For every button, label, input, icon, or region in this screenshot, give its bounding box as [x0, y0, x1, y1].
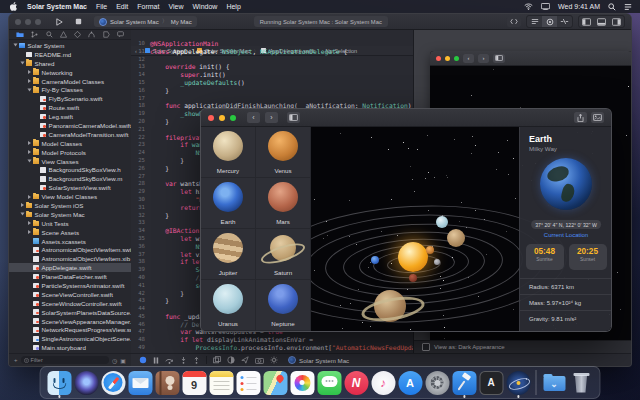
- menu-item-window[interactable]: Window: [192, 3, 217, 10]
- planet-cell-mercury[interactable]: Mercury: [201, 127, 256, 178]
- disclosure-triangle[interactable]: [28, 195, 31, 199]
- code-review-button[interactable]: [507, 16, 521, 27]
- file-tree-item[interactable]: SceneWindowController.swift: [9, 299, 131, 308]
- dock-reminders-icon[interactable]: [236, 370, 261, 395]
- dock-trash-icon[interactable]: [569, 370, 594, 395]
- tests-navigator-icon[interactable]: [74, 31, 81, 38]
- planet-cell-uranus[interactable]: Uranus: [201, 280, 256, 331]
- file-tree-item[interactable]: CameraModelTransition.swift: [9, 130, 131, 139]
- file-tree-item[interactable]: CameraModel Classes: [9, 77, 131, 86]
- menu-clock[interactable]: Wed 9:41 AM: [558, 3, 600, 10]
- app-zoom-button[interactable]: [230, 115, 236, 121]
- menu-item-help[interactable]: Help: [226, 3, 240, 10]
- file-tree-item[interactable]: Model Protocols: [9, 148, 131, 157]
- simulate-location-icon[interactable]: [241, 356, 249, 364]
- apple-menu-icon[interactable]: [10, 2, 18, 11]
- appearance-toggle-icon[interactable]: [227, 356, 235, 364]
- gallery-view-button[interactable]: [591, 112, 604, 123]
- source-control-icon[interactable]: [31, 31, 38, 38]
- wifi-icon[interactable]: [524, 3, 533, 10]
- inspectors-toggle-button[interactable]: [609, 16, 624, 27]
- file-tree-item[interactable]: SolarSystemPlanetsDataSource.swift: [9, 308, 131, 317]
- app-sidebar-toggle-button[interactable]: [287, 112, 300, 123]
- file-tree-item[interactable]: README.md: [9, 50, 131, 59]
- file-tree-item[interactable]: SingleAstronomicalObjectScene.scn: [9, 334, 131, 343]
- dock-solarsystem-icon[interactable]: [506, 370, 531, 395]
- notification-center-icon[interactable]: [624, 3, 632, 11]
- disclosure-triangle[interactable]: [14, 44, 18, 47]
- close-button[interactable]: [15, 19, 21, 25]
- file-tree-item[interactable]: PlanetDataFetcher.swift: [9, 272, 131, 281]
- disclosure-triangle[interactable]: [21, 203, 24, 207]
- dock-siri-icon[interactable]: [74, 370, 99, 395]
- filter-scm-button[interactable]: ▣: [120, 357, 126, 364]
- dock-notes-icon[interactable]: [209, 370, 234, 395]
- search-navigator-icon[interactable]: [46, 31, 53, 38]
- breakpoints-navigator-icon[interactable]: [103, 31, 110, 38]
- file-tree-item[interactable]: Networking: [9, 68, 131, 77]
- file-tree-item[interactable]: NetworkRequestProgressView.swift: [9, 326, 131, 335]
- disclosure-triangle[interactable]: [21, 213, 25, 216]
- pause-icon[interactable]: [153, 357, 159, 364]
- file-tree-item[interactable]: BackgroundSkyBoxView.h: [9, 165, 131, 174]
- file-tree-item[interactable]: View Model Classes: [9, 192, 131, 201]
- scheme-selector[interactable]: Solar System Mac 〉 My Mac: [94, 16, 197, 27]
- view-as-checkbox[interactable]: [422, 343, 430, 351]
- planet-cell-saturn[interactable]: Saturn: [256, 229, 311, 280]
- dock-news-icon[interactable]: N: [344, 370, 369, 395]
- standard-editor-button[interactable]: [527, 16, 542, 27]
- planet-cell-neptune[interactable]: Neptune: [256, 280, 311, 331]
- file-tree-item[interactable]: SolarSystemView.swift: [9, 183, 131, 192]
- planet-cell-mars[interactable]: Mars: [256, 178, 311, 229]
- dock-sysprefs-icon[interactable]: [425, 370, 450, 395]
- file-tree-item[interactable]: Solar System: [9, 41, 131, 50]
- stop-button[interactable]: [71, 16, 85, 27]
- file-tree-item[interactable]: Solar System Mac: [9, 210, 131, 219]
- file-tree-item[interactable]: SceneViewAppearanceManager.swift: [9, 317, 131, 326]
- dock-safari-icon[interactable]: [101, 370, 126, 395]
- dock-maps-icon[interactable]: [263, 370, 288, 395]
- version-editor-button[interactable]: [557, 16, 572, 27]
- disclosure-triangle[interactable]: [28, 70, 31, 74]
- file-tree-item[interactable]: Unit Tests: [9, 219, 131, 228]
- view-hierarchy-icon[interactable]: [213, 356, 221, 364]
- disclosure-triangle[interactable]: [28, 221, 31, 225]
- file-tree-item[interactable]: Leg.swift: [9, 112, 131, 121]
- display-mirroring-icon[interactable]: [541, 3, 550, 10]
- file-tree-item[interactable]: Shared: [9, 59, 131, 68]
- file-tree-item[interactable]: Scene Assets: [9, 228, 131, 237]
- zoom-button[interactable]: [35, 19, 41, 25]
- file-tree-item[interactable]: BackgroundSkyBoxView.m: [9, 174, 131, 183]
- planet-cell-venus[interactable]: Venus: [256, 127, 311, 178]
- run-button[interactable]: [52, 16, 66, 27]
- file-tree-item[interactable]: PanoramicCameraModel.swift: [9, 121, 131, 130]
- debug-area-toggle-button[interactable]: [594, 16, 609, 27]
- planet-cell-earth[interactable]: Earth: [201, 178, 256, 229]
- dock-mail-icon[interactable]: [128, 370, 153, 395]
- dock-messages-icon[interactable]: [317, 370, 342, 395]
- current-location-link[interactable]: Current Location: [520, 232, 612, 238]
- debug-navigator-icon[interactable]: [88, 31, 95, 38]
- file-tree-item[interactable]: Fly-By Classes: [9, 85, 131, 94]
- menu-item-edit[interactable]: Edit: [116, 3, 128, 10]
- file-tree-item[interactable]: FlyByScenario.swift: [9, 94, 131, 103]
- file-tree-item[interactable]: View Classes: [9, 157, 131, 166]
- disclosure-triangle[interactable]: [28, 230, 31, 234]
- menu-item-file[interactable]: File: [96, 3, 107, 10]
- dock-darkapp-icon[interactable]: A: [479, 370, 504, 395]
- dock-xcode-icon[interactable]: [452, 370, 477, 395]
- file-tree-item[interactable]: Main.storyboard: [9, 343, 131, 352]
- file-tree-item[interactable]: AppDelegate.swift: [9, 263, 131, 272]
- planet-cell-jupiter[interactable]: Jupiter: [201, 229, 256, 280]
- menu-item-view[interactable]: View: [168, 3, 183, 10]
- debug-settings-gear-icon[interactable]: [270, 356, 278, 364]
- file-tree-item[interactable]: Solar System iOS: [9, 201, 131, 210]
- breakpoints-toggle-icon[interactable]: [139, 356, 147, 364]
- file-tree-item[interactable]: SceneViewController.swift: [9, 290, 131, 299]
- app-back-button[interactable]: ‹: [247, 112, 260, 123]
- dock-contacts-icon[interactable]: [155, 370, 180, 395]
- add-file-button[interactable]: +: [14, 357, 18, 363]
- dock-downloads-icon[interactable]: ⌄: [542, 370, 567, 395]
- disclosure-triangle[interactable]: [28, 79, 31, 83]
- disclosure-triangle[interactable]: [21, 62, 25, 65]
